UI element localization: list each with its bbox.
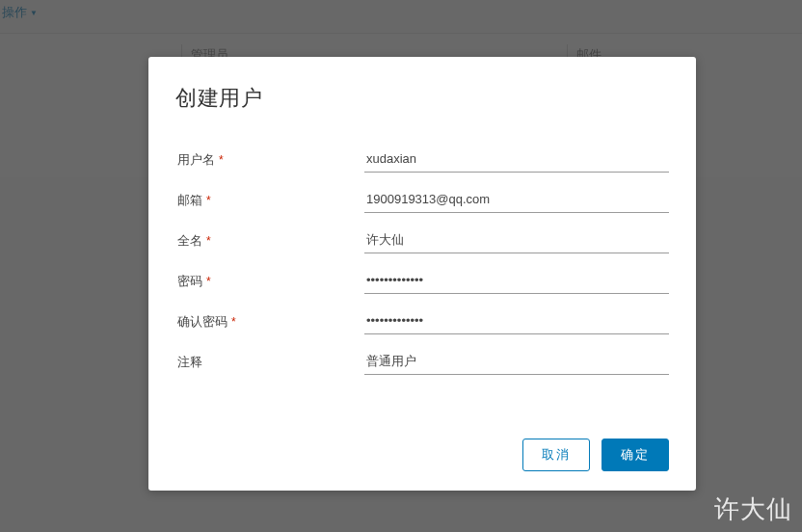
watermark-text: 许大仙 <box>714 492 792 526</box>
required-asterisk: * <box>219 153 224 167</box>
required-asterisk: * <box>206 234 211 248</box>
label-fullname: 全名 * <box>175 232 364 250</box>
label-username: 用户名 * <box>175 151 364 169</box>
required-asterisk: * <box>206 194 211 207</box>
email-field[interactable] <box>364 188 669 213</box>
label-confirm-password: 确认密码 * <box>175 313 364 331</box>
form-row-username: 用户名 * <box>175 147 669 173</box>
confirm-password-field[interactable] <box>364 309 669 334</box>
dialog-footer: 取消 确定 <box>175 439 669 471</box>
create-user-form: 用户名 * 邮箱 * 全名 * 密码 * <box>175 147 669 421</box>
dialog-title: 创建用户 <box>175 84 669 113</box>
required-asterisk: * <box>206 275 211 288</box>
required-asterisk: * <box>231 315 236 329</box>
form-row-password: 密码 * <box>175 269 669 294</box>
label-email: 邮箱 * <box>175 192 364 209</box>
create-user-dialog: 创建用户 用户名 * 邮箱 * 全名 * 密码 <box>148 57 696 491</box>
fullname-field[interactable] <box>364 228 669 253</box>
password-field[interactable] <box>364 269 669 294</box>
form-row-confirm: 确认密码 * <box>175 309 669 334</box>
label-password: 密码 * <box>175 273 364 290</box>
label-comment: 注释 <box>175 354 364 371</box>
form-row-fullname: 全名 * <box>175 228 669 253</box>
cancel-button[interactable]: 取消 <box>522 439 590 471</box>
form-row-email: 邮箱 * <box>175 188 669 213</box>
username-field[interactable] <box>364 147 669 173</box>
comment-field[interactable] <box>364 350 669 375</box>
ok-button[interactable]: 确定 <box>602 439 669 471</box>
form-row-comment: 注释 <box>175 350 669 375</box>
